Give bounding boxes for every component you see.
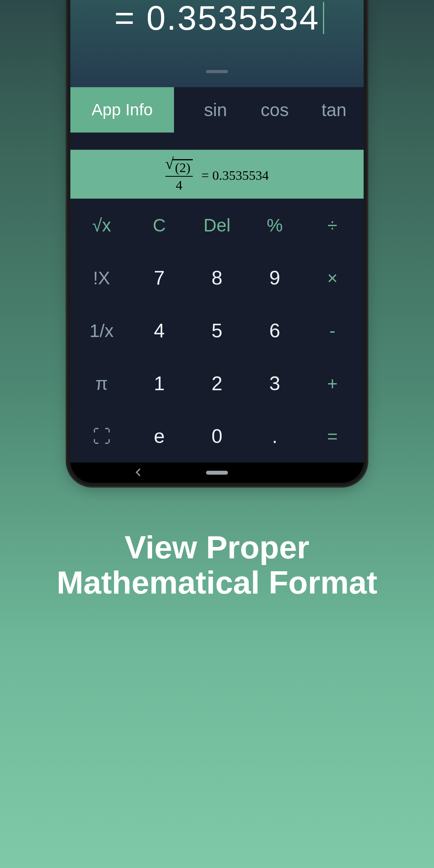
tan-button[interactable]: tan [304, 87, 364, 133]
inverse-button[interactable]: 1/x [73, 304, 131, 357]
clear-button[interactable]: C [131, 199, 188, 251]
pi-button[interactable]: π [73, 357, 131, 410]
sin-button[interactable]: sin [186, 87, 245, 133]
digit-3-button[interactable]: 3 [246, 357, 304, 410]
percent-button[interactable]: % [246, 199, 304, 251]
phone-frame: = 0.3535534 App Info sin cos tan √ (2) 4… [70, 0, 364, 483]
app-info-button[interactable]: App Info [70, 87, 174, 133]
digit-1-button[interactable]: 1 [131, 357, 188, 410]
calc-display: = 0.3535534 [70, 0, 364, 87]
digit-4-button[interactable]: 4 [131, 304, 188, 357]
screen: = 0.3535534 App Info sin cos tan √ (2) 4… [70, 0, 364, 483]
home-handle-icon[interactable] [206, 471, 228, 475]
minus-button[interactable]: - [303, 304, 361, 357]
fraction: √ (2) 4 [165, 156, 193, 193]
decimal-button[interactable]: . [246, 410, 304, 463]
divide-button[interactable]: ÷ [303, 199, 361, 251]
drag-handle-icon[interactable] [206, 70, 228, 73]
android-navbar [70, 463, 364, 483]
back-icon[interactable] [136, 468, 143, 476]
fraction-denominator: 4 [176, 178, 182, 193]
expand-button[interactable]: ⛶ [73, 410, 131, 463]
digit-0-button[interactable]: 0 [188, 410, 246, 463]
radicand: (2) [173, 159, 193, 176]
multiply-button[interactable]: × [303, 251, 361, 304]
plus-button[interactable]: + [303, 357, 361, 410]
digit-9-button[interactable]: 9 [246, 251, 304, 304]
equals-button[interactable]: = [303, 410, 361, 463]
formula-display: √ (2) 4 = 0.3535534 [70, 150, 364, 199]
cos-button[interactable]: cos [245, 87, 305, 133]
digit-5-button[interactable]: 5 [188, 304, 246, 357]
formula-result: = 0.3535534 [201, 168, 269, 183]
caption-line-2: Mathematical Format [57, 565, 377, 600]
keypad: √x C Del % ÷ !X 7 8 9 × 1/x 4 5 6 - π 1 … [70, 199, 364, 463]
digit-7-button[interactable]: 7 [131, 251, 188, 304]
e-button[interactable]: e [131, 410, 188, 463]
factorial-button[interactable]: !X [73, 251, 131, 304]
function-row: App Info sin cos tan [70, 87, 364, 133]
caption-line-1: View Proper [125, 529, 309, 565]
promo-caption: View Proper Mathematical Format [57, 530, 377, 600]
digit-8-button[interactable]: 8 [188, 251, 246, 304]
result-text: = 0.3535534 [115, 0, 320, 38]
fraction-numerator: √ (2) [165, 156, 193, 175]
digit-2-button[interactable]: 2 [188, 357, 246, 410]
sqrt-button[interactable]: √x [73, 199, 131, 251]
digit-6-button[interactable]: 6 [246, 304, 304, 357]
spacer [174, 87, 186, 133]
fraction-bar [165, 176, 193, 177]
delete-button[interactable]: Del [188, 199, 246, 251]
spacer [70, 133, 364, 150]
